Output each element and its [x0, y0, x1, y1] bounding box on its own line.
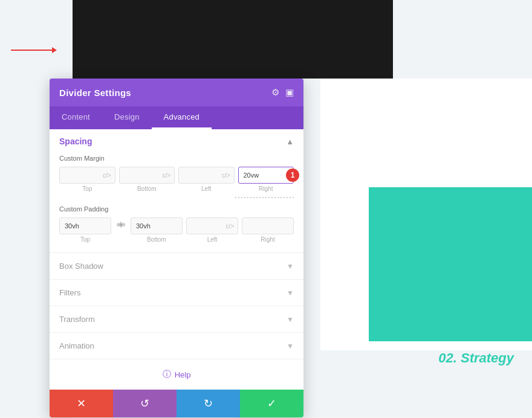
- arrow-indicator: [11, 47, 57, 53]
- spacing-section-header[interactable]: Spacing ▲: [59, 137, 294, 146]
- filters-chevron-icon: ▼: [287, 289, 294, 297]
- custom-margin-label: Custom Margin: [59, 155, 294, 162]
- modal-footer: ✕ ↺ ↻ ✓: [50, 390, 303, 417]
- save-button[interactable]: ✓: [240, 390, 303, 417]
- expand-icon[interactable]: ▣: [285, 87, 294, 98]
- margin-left-label: Left: [201, 185, 212, 192]
- filters-section[interactable]: Filters ▼: [50, 280, 303, 306]
- spacing-title: Spacing: [59, 137, 92, 146]
- margin-bottom-group: c/> Bottom: [119, 167, 175, 192]
- modal-tabs: Content Design Advanced: [50, 106, 303, 129]
- padding-top-label: Top: [80, 236, 90, 243]
- margin-top-label: Top: [82, 185, 92, 192]
- margin-right-label: Right: [259, 185, 273, 192]
- arrow-head: [52, 47, 57, 53]
- link-svg: [116, 220, 126, 230]
- tab-design[interactable]: Design: [102, 106, 152, 129]
- header-icons: ⚙ ▣: [271, 87, 294, 98]
- transform-section[interactable]: Transform ▼: [50, 306, 303, 333]
- transform-chevron-icon: ▼: [287, 315, 294, 324]
- animation-section[interactable]: Animation ▼: [50, 333, 303, 359]
- padding-bottom-label: Bottom: [147, 236, 166, 243]
- canvas-dark-top: [73, 0, 393, 79]
- margin-right-slider[interactable]: [235, 197, 294, 198]
- transform-title: Transform: [59, 315, 95, 324]
- divider-settings-modal: Divider Settings ⚙ ▣ Content Design Adva…: [50, 79, 303, 417]
- box-shadow-title: Box Shadow: [59, 262, 103, 271]
- padding-top-input[interactable]: 30vh: [59, 217, 111, 234]
- animation-title: Animation: [59, 341, 94, 350]
- margin-right-value: 20vw: [244, 172, 259, 179]
- custom-padding-label: Custom Padding: [59, 205, 294, 213]
- box-shadow-chevron-icon: ▼: [287, 262, 294, 271]
- help-row[interactable]: ⓘ Help: [50, 359, 303, 390]
- padding-top-group: 30vh Top: [59, 217, 111, 243]
- padding-bottom-group: 30vh Bottom: [131, 217, 183, 243]
- settings-icon[interactable]: ⚙: [271, 87, 279, 98]
- padding-top-value: 30vh: [65, 222, 79, 230]
- padding-right-input[interactable]: [242, 217, 294, 234]
- margin-top-group: c/> Top: [59, 167, 115, 192]
- modal-body: Spacing ▲ Custom Margin c/> Top c/>: [50, 129, 303, 390]
- spacing-chevron-icon: ▲: [286, 137, 294, 146]
- padding-right-group: Right: [242, 217, 294, 243]
- modal-title: Divider Settings: [59, 88, 131, 98]
- help-icon: ⓘ: [163, 369, 171, 380]
- help-text: Help: [175, 370, 191, 379]
- margin-left-unit: c/>: [222, 172, 230, 179]
- padding-left-input[interactable]: c/>: [186, 217, 238, 234]
- cancel-button[interactable]: ✕: [50, 390, 113, 417]
- margin-top-unit: c/>: [103, 172, 111, 179]
- animation-chevron-icon: ▼: [287, 342, 294, 350]
- margin-bottom-input[interactable]: c/>: [119, 167, 175, 184]
- strategy-label: 02. Strategy: [438, 350, 514, 366]
- padding-right-label: Right: [261, 236, 274, 243]
- badge-1: 1: [286, 169, 299, 182]
- margin-left-group: c/> Left: [178, 167, 235, 192]
- tab-advanced[interactable]: Advanced: [152, 106, 212, 129]
- undo-button[interactable]: ↺: [113, 390, 177, 417]
- padding-link-icon[interactable]: [115, 220, 127, 230]
- filters-title: Filters: [59, 288, 80, 297]
- modal-header: Divider Settings ⚙ ▣: [50, 79, 303, 106]
- margin-bottom-label: Bottom: [137, 185, 157, 192]
- padding-bottom-value: 30vh: [136, 222, 151, 230]
- spacing-section: Spacing ▲ Custom Margin c/> Top c/>: [50, 129, 303, 253]
- arrow-line: [11, 50, 52, 51]
- margin-right-input[interactable]: 20vw 1: [238, 167, 294, 184]
- padding-left-label: Left: [207, 236, 218, 243]
- padding-bottom-input[interactable]: 30vh: [131, 217, 183, 234]
- margin-left-input[interactable]: c/>: [178, 167, 235, 184]
- margin-bottom-unit: c/>: [162, 172, 170, 179]
- margin-right-group: 20vw 1 Right: [238, 167, 294, 192]
- redo-button[interactable]: ↻: [177, 390, 240, 417]
- box-shadow-section[interactable]: Box Shadow ▼: [50, 253, 303, 280]
- padding-left-group: c/> Left: [186, 217, 238, 243]
- teal-background-block: [369, 187, 532, 341]
- tab-content[interactable]: Content: [50, 106, 102, 129]
- margin-input-row: c/> Top c/> Bottom c/> Left: [59, 167, 294, 192]
- padding-left-unit: c/>: [225, 223, 234, 230]
- margin-top-input[interactable]: c/>: [59, 167, 115, 184]
- padding-input-row: 30vh Top 30vh Bottom: [59, 217, 294, 243]
